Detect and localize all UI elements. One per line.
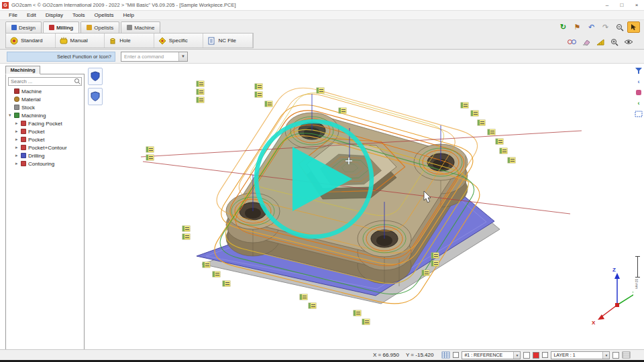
pocket-icon: [21, 129, 26, 134]
video-play-overlay[interactable]: [256, 121, 372, 237]
tree-item-machining[interactable]: ▾ Machining: [6, 111, 84, 119]
nc-file-button[interactable]: NC File: [203, 34, 253, 48]
color-swatch-white[interactable]: [523, 352, 530, 359]
maximize-button[interactable]: □: [614, 0, 629, 10]
milling-icon: [49, 25, 54, 30]
tree-item-material[interactable]: Material: [6, 95, 84, 103]
scale-ruler: 10 mm: [635, 256, 641, 290]
manual-icon: [60, 37, 68, 45]
tab-machine[interactable]: Machine: [121, 21, 160, 33]
manual-button[interactable]: Manual: [56, 34, 105, 48]
milling-toolbar: Standard Manual Hole Specific NC File: [5, 33, 254, 48]
stock-node-icon: [14, 105, 19, 110]
tab-opelists[interactable]: Opelists: [80, 21, 119, 33]
tree-item-drilling[interactable]: ▸ Drilling: [6, 152, 84, 160]
viewport-3d[interactable]: Z Y X: [85, 64, 633, 349]
chevron-down-icon[interactable]: ▼: [178, 52, 187, 61]
expand-icon[interactable]: ▸: [15, 145, 21, 150]
undo-icon[interactable]: ↶: [585, 21, 598, 33]
design-icon: [11, 25, 17, 30]
opelists-icon: [87, 25, 92, 30]
menu-tools[interactable]: Tools: [68, 12, 90, 18]
axis-x-label: X: [592, 320, 596, 326]
expand-icon[interactable]: ▸: [15, 137, 21, 142]
prompt-question: Select Function or Icon?: [7, 52, 115, 62]
prompt-bar: Select Function or Icon? Enter a command…: [0, 50, 644, 64]
axis-triad: Z Y X: [592, 267, 633, 326]
reference-value: #1 : REFERENCE: [462, 352, 513, 359]
hole-icon: [109, 37, 117, 45]
window-title: GO2cam < © GO2cam International 2009 - 2…: [11, 2, 236, 8]
eye-icon[interactable]: [622, 36, 635, 48]
expand-icon[interactable]: ▸: [15, 153, 21, 158]
expand-icon[interactable]: ▸: [15, 161, 21, 166]
paint-icon[interactable]: [634, 88, 643, 97]
machine-icon: [127, 25, 132, 30]
layers-icon[interactable]: [622, 351, 631, 359]
expand-icon[interactable]: ▸: [15, 121, 21, 126]
chevron-down-icon[interactable]: ▼: [513, 352, 520, 359]
menu-display[interactable]: Display: [41, 12, 68, 18]
tree-item-pocket-2[interactable]: ▸ Pocket: [6, 135, 84, 143]
statusbar: X = 66.950 Y = -15.420 #1 : REFERENCE ▼ …: [0, 349, 644, 360]
nc-file-icon: [207, 37, 215, 45]
hole-button[interactable]: Hole: [105, 34, 154, 48]
flag-icon[interactable]: ⚑: [571, 21, 584, 33]
command-combo[interactable]: Enter a command ▼: [121, 52, 188, 62]
specific-button[interactable]: Specific: [154, 34, 204, 48]
x-coordinate: X = 66.950: [373, 352, 399, 358]
select-window-icon[interactable]: [634, 109, 643, 118]
y-coordinate: Y = -15.420: [406, 352, 433, 358]
zoom-out-icon[interactable]: [613, 21, 626, 33]
right-toolbar: ‹ ‹: [633, 64, 644, 349]
reference-checkbox[interactable]: [453, 352, 459, 358]
workspace: Machining Machine Material Stock ▾ Machi…: [0, 64, 644, 349]
chevron-green-icon[interactable]: ‹: [634, 99, 643, 107]
anaglyph-icon[interactable]: [566, 36, 578, 48]
minimize-button[interactable]: –: [600, 0, 614, 10]
collapse-left-icon[interactable]: ‹: [634, 77, 643, 86]
filter-icon[interactable]: [634, 66, 643, 75]
tree-item-pocket-contour[interactable]: ▸ Pocket+Contour: [6, 143, 84, 152]
menu-file[interactable]: File: [4, 12, 22, 18]
machining-node-icon: [14, 113, 19, 118]
collapse-icon[interactable]: ▾: [9, 113, 14, 118]
search-icon: [74, 78, 81, 85]
select-mode-icon[interactable]: [627, 21, 640, 33]
menu-edit[interactable]: Edit: [22, 12, 41, 18]
pocket-contour-icon: [21, 145, 26, 150]
ribbon: Design Milling Opelists Machine Standard…: [0, 20, 644, 50]
close-button[interactable]: ×: [629, 0, 644, 10]
tab-design[interactable]: Design: [5, 21, 42, 33]
tab-milling[interactable]: Milling: [43, 21, 79, 33]
reference-combo[interactable]: #1 : REFERENCE ▼: [462, 351, 521, 359]
sync-icon[interactable]: ↻: [557, 21, 570, 33]
chevron-down-icon[interactable]: ▼: [602, 352, 609, 359]
standard-icon: [10, 37, 18, 45]
layer-checkbox[interactable]: [542, 352, 548, 358]
tree-item-contouring[interactable]: ▸ Contouring: [6, 160, 84, 168]
layer-value: LAYER : 1: [551, 352, 602, 359]
material-node-icon: [14, 97, 19, 102]
layer-combo[interactable]: LAYER : 1 ▼: [551, 351, 610, 359]
eraser-icon[interactable]: [580, 36, 592, 48]
standard-button[interactable]: Standard: [6, 34, 56, 48]
tree-item-machine[interactable]: Machine: [6, 87, 84, 95]
expand-icon[interactable]: ▸: [15, 129, 21, 134]
search-input[interactable]: [9, 78, 74, 84]
axis-z-label: Z: [612, 267, 616, 273]
menu-help[interactable]: Help: [119, 12, 139, 18]
zoom-in-icon[interactable]: [608, 36, 621, 48]
tree-item-pocket-1[interactable]: ▸ Pocket: [6, 127, 84, 135]
titlebar: G GO2cam < © GO2cam International 2009 -…: [0, 0, 644, 11]
tree-item-stock[interactable]: Stock: [6, 103, 84, 111]
search-box[interactable]: [8, 77, 82, 86]
tree-item-facing-pocket[interactable]: ▸ Facing Pocket: [6, 119, 84, 127]
grid-icon[interactable]: [441, 351, 450, 359]
tab-machining-panel[interactable]: Machining: [5, 66, 40, 74]
menu-opelists[interactable]: Opelists: [90, 12, 119, 18]
layer-color-swatch[interactable]: [612, 352, 619, 359]
measure-icon[interactable]: [594, 36, 606, 48]
redo-icon[interactable]: ↷: [599, 21, 612, 33]
color-swatch-red[interactable]: [533, 352, 539, 359]
